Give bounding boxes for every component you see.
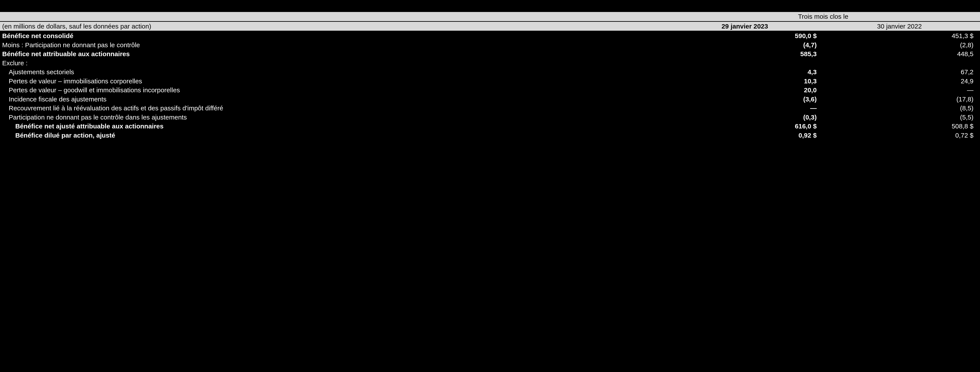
- table-row: Bénéfice net ajusté attribuable aux acti…: [0, 122, 980, 131]
- row-value-1: 20,0: [667, 85, 823, 95]
- row-value-1: 590,0 $: [667, 31, 823, 41]
- row-value-2: 451,3 $: [823, 31, 980, 41]
- row-value-2: —: [823, 85, 980, 95]
- row-label: Ajustements sectoriels: [0, 68, 667, 77]
- row-label: Incidence fiscale des ajustements: [0, 95, 667, 104]
- row-value-1: 616,0 $: [667, 122, 823, 131]
- row-value-2: (17,8): [823, 95, 980, 104]
- row-value-1: 0,92 $: [667, 131, 823, 140]
- table-row: Bénéfice net consolidé590,0 $451,3 $: [0, 31, 980, 41]
- table-row: Pertes de valeur – immobilisations corpo…: [0, 77, 980, 86]
- row-value-2: 0,72 $: [823, 131, 980, 140]
- table-row: Ajustements sectoriels4,367,2: [0, 68, 980, 77]
- row-label: Recouvrement lié à la réévaluation des a…: [0, 104, 667, 113]
- table-row: Moins : Participation ne donnant pas le …: [0, 41, 980, 50]
- row-value-1: [667, 59, 823, 68]
- financial-table: Trois mois clos le (en millions de dolla…: [0, 11, 980, 140]
- units-note: (en millions de dollars, sauf les donnée…: [0, 21, 667, 31]
- row-value-1: (4,7): [667, 41, 823, 50]
- column-header-1: 29 janvier 2023: [667, 21, 823, 31]
- row-value-1: (0,3): [667, 113, 823, 122]
- table-row: Recouvrement lié à la réévaluation des a…: [0, 104, 980, 113]
- row-label: Pertes de valeur – immobilisations corpo…: [0, 77, 667, 86]
- row-value-2: (2,8): [823, 41, 980, 50]
- row-value-2: 67,2: [823, 68, 980, 77]
- row-label: Pertes de valeur – goodwill et immobilis…: [0, 85, 667, 95]
- header-row-columns: (en millions de dollars, sauf les donnée…: [0, 21, 980, 31]
- table-row: Bénéfice dilué par action, ajusté0,92 $0…: [0, 131, 980, 140]
- table-row: Pertes de valeur – goodwill et immobilis…: [0, 85, 980, 95]
- row-value-2: (8,5): [823, 104, 980, 113]
- row-label: Participation ne donnant pas le contrôle…: [0, 113, 667, 122]
- table-row: Participation ne donnant pas le contrôle…: [0, 113, 980, 122]
- row-value-1: 4,3: [667, 68, 823, 77]
- row-label: Moins : Participation ne donnant pas le …: [0, 41, 667, 50]
- header-blank: [0, 12, 667, 22]
- financial-table-page: Trois mois clos le (en millions de dolla…: [0, 0, 980, 149]
- row-value-2: [823, 59, 980, 68]
- row-label: Bénéfice dilué par action, ajusté: [0, 131, 667, 140]
- row-value-2: (5,5): [823, 113, 980, 122]
- row-value-1: 585,3: [667, 49, 823, 59]
- table-row: Exclure :: [0, 59, 980, 68]
- table-body: Bénéfice net consolidé590,0 $451,3 $Moin…: [0, 31, 980, 140]
- row-value-1: (3,6): [667, 95, 823, 104]
- row-value-2: 24,9: [823, 77, 980, 86]
- row-value-2: 508,8 $: [823, 122, 980, 131]
- row-label: Bénéfice net consolidé: [0, 31, 667, 41]
- period-label: Trois mois clos le: [667, 12, 980, 22]
- table-row: Bénéfice net attribuable aux actionnaire…: [0, 49, 980, 59]
- row-label: Bénéfice net attribuable aux actionnaire…: [0, 49, 667, 59]
- column-header-2: 30 janvier 2022: [823, 21, 980, 31]
- row-value-1: —: [667, 104, 823, 113]
- row-label: Exclure :: [0, 59, 667, 68]
- header-row-period: Trois mois clos le: [0, 12, 980, 22]
- table-row: Incidence fiscale des ajustements(3,6)(1…: [0, 95, 980, 104]
- row-value-2: 448,5: [823, 49, 980, 59]
- row-label: Bénéfice net ajusté attribuable aux acti…: [0, 122, 667, 131]
- row-value-1: 10,3: [667, 77, 823, 86]
